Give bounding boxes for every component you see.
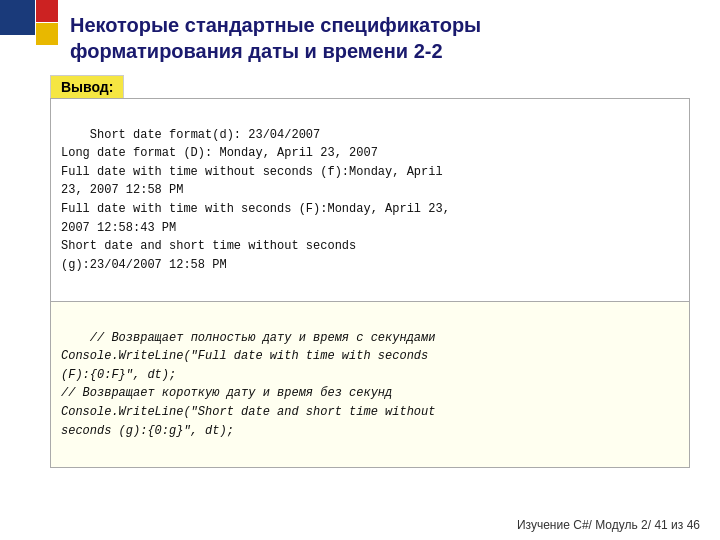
red-square bbox=[36, 0, 58, 22]
main-content: Вывод: Short date format(d): 23/04/2007 … bbox=[50, 75, 690, 500]
yellow-square bbox=[36, 23, 58, 45]
title-area: Некоторые стандартные спецификаторы форм… bbox=[70, 12, 700, 64]
output-box: Short date format(d): 23/04/2007 Long da… bbox=[50, 98, 690, 302]
code-text: // Возвращает полностью дату и время с с… bbox=[61, 331, 435, 438]
output-label: Вывод: bbox=[50, 75, 124, 98]
slide-title: Некоторые стандартные спецификаторы форм… bbox=[70, 12, 700, 64]
output-text: Short date format(d): 23/04/2007 Long da… bbox=[61, 128, 450, 272]
footer: Изучение C#/ Модуль 2/ 41 из 46 bbox=[517, 518, 700, 532]
code-box: // Возвращает полностью дату и время с с… bbox=[50, 302, 690, 468]
top-decoration bbox=[0, 0, 60, 60]
blue-square bbox=[0, 0, 35, 35]
